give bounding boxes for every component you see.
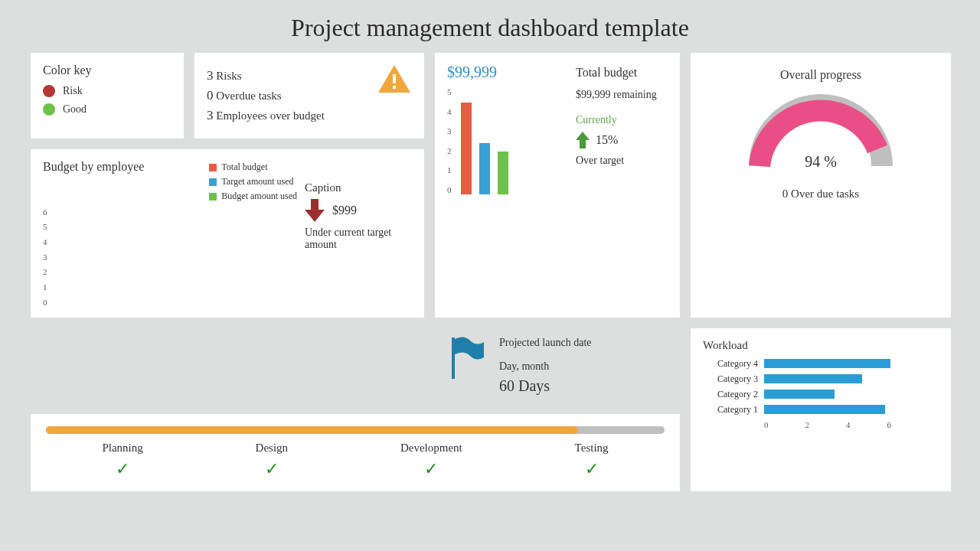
budget-emp-bars: [51, 207, 247, 307]
good-dot-icon: [43, 103, 55, 116]
phase-progress-fill: [46, 426, 578, 434]
swatch-good: Good: [43, 103, 172, 116]
phase-progress-track: [46, 426, 665, 434]
legend-label: Total budget: [221, 160, 267, 174]
overdue-label: Overdue tasks: [216, 90, 281, 102]
total-budget-card: $99,999 012345 Total budget $99,999 rema…: [435, 53, 680, 318]
progress-pct: 94 %: [744, 153, 897, 171]
caption-title: Caption: [305, 181, 412, 194]
check-icon: ✓: [102, 459, 142, 479]
bar: [479, 143, 490, 194]
launch-line1: Projected launch date: [499, 334, 592, 350]
phase-label: Design: [256, 442, 289, 455]
page-title: Project management dashboard template: [0, 0, 980, 53]
color-key-card: Color key Risk Good: [31, 53, 184, 139]
swatch-risk: Risk: [43, 85, 172, 97]
svg-rect-2: [452, 337, 455, 379]
total-budget-bars: [455, 87, 508, 194]
axis-y: 012345: [447, 87, 455, 194]
down-arrow-icon: [305, 199, 325, 222]
risks-card: 3 Risks 0 Overdue tasks 3 Employees over…: [194, 53, 424, 139]
overbudget-count: 3: [207, 108, 214, 122]
overall-progress-heading: Overall progress: [703, 68, 939, 82]
swatch-label: Risk: [63, 85, 83, 97]
launch-card: Projected launch date Day, month 60 Days: [435, 328, 680, 403]
launch-days: 60 Days: [499, 374, 592, 397]
legend: Total budget Target amount used Budget a…: [209, 160, 297, 204]
budget-emp-heading: Budget by employee: [43, 160, 144, 200]
risks-count: 3: [207, 68, 214, 83]
currently-pct: 15%: [596, 131, 618, 149]
workload-card: Workload Category 4 Category 3 Category …: [691, 328, 951, 491]
overall-progress-card: Overall progress 94 % 0 Over due tasks: [691, 53, 951, 318]
check-icon: ✓: [256, 459, 289, 479]
svg-rect-1: [393, 86, 396, 89]
phase-label: Testing: [575, 442, 609, 455]
workload-heading: Workload: [703, 339, 939, 352]
bar: [498, 152, 508, 194]
axis-x: 0246: [703, 420, 939, 429]
risk-dot-icon: [43, 85, 55, 97]
svg-rect-0: [393, 74, 396, 83]
currently-label: Currently: [576, 112, 668, 128]
swatch-label: Good: [63, 103, 87, 116]
up-arrow-icon: [576, 132, 590, 148]
caption-amount: $999: [332, 204, 357, 217]
flag-icon: [447, 334, 485, 380]
caption-note: Under current target amount: [305, 227, 412, 251]
color-key-heading: Color key: [43, 64, 172, 77]
launch-line2: Day, month: [499, 358, 592, 374]
risks-label: Risks: [216, 70, 241, 82]
phases-card: Planning✓ Design✓ Development✓ Testing✓: [31, 414, 680, 491]
overbudget-label: Employees over budget: [216, 109, 325, 122]
axis-y: 0123456: [43, 207, 51, 307]
check-icon: ✓: [575, 459, 609, 479]
overdue-tasks: 0 Over due tasks: [703, 187, 939, 201]
remaining: $99,999 remaining: [576, 86, 668, 103]
total-budget-amount: $99,999: [447, 64, 567, 81]
total-budget-title: Total budget: [576, 64, 668, 82]
overdue-count: 0: [207, 88, 214, 103]
bar: [461, 103, 472, 194]
over-target: Over target: [576, 152, 668, 168]
check-icon: ✓: [400, 459, 462, 479]
phase-label: Planning: [102, 442, 142, 455]
legend-label: Budget amount used: [221, 189, 297, 204]
warning-icon: [377, 64, 412, 94]
workload-bars: Category 4 Category 3 Category 2 Categor…: [703, 358, 939, 416]
phase-label: Development: [400, 442, 462, 455]
legend-label: Target amount used: [221, 174, 293, 189]
budget-by-employee-card: Budget by employee Total budget Target a…: [31, 149, 424, 318]
